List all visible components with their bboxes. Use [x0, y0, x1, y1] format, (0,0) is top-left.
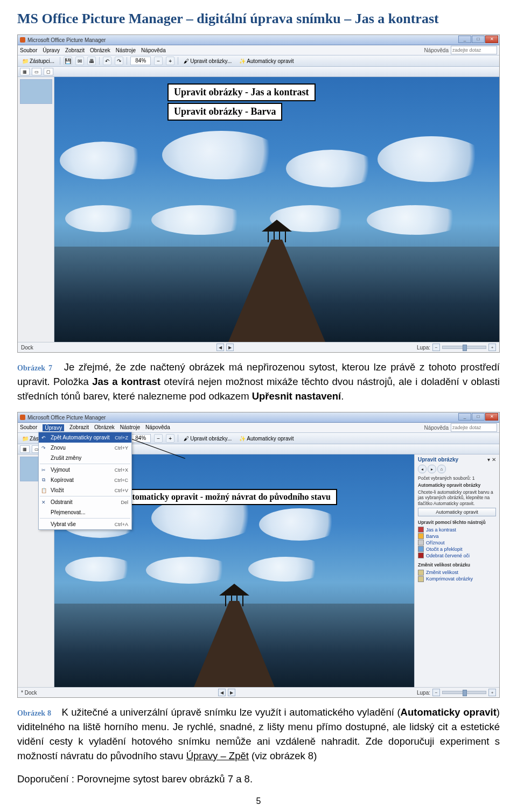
zoom-minus-button[interactable]: −	[432, 689, 440, 696]
pane-title: Upravit obrázky	[418, 457, 458, 463]
zoom-in-icon[interactable]: +	[166, 434, 174, 443]
maximize-button[interactable]: □	[472, 36, 485, 43]
menu-soubor[interactable]: Soubor	[20, 47, 37, 53]
tool-label: Změnit velikost	[426, 570, 458, 575]
tool-swatch-icon	[418, 552, 424, 558]
menu-napoveda[interactable]: Nápověda	[141, 47, 166, 53]
overlay-barva: Upravit obrázky - Barva	[167, 103, 282, 121]
redo-icon[interactable]: ↷	[115, 57, 123, 65]
image-canvas: Upravit obrázky - Jas a kontrast Upravit…	[54, 77, 499, 342]
menu-zobrazit[interactable]: Zobrazit	[69, 424, 89, 431]
thumbnail-strip	[18, 77, 54, 342]
auto-correct-pane-button[interactable]: Automaticky opravit	[418, 508, 496, 516]
zoom-slider[interactable]	[442, 346, 486, 349]
menu-napoveda[interactable]: Nápověda	[145, 424, 170, 431]
zoom-minus-button[interactable]: −	[432, 344, 440, 351]
help-search-input[interactable]	[451, 423, 497, 432]
pier-graphic	[228, 215, 325, 342]
menu-item-label: Zrušit změny	[51, 455, 81, 461]
menu-nastroje[interactable]: Nástroje	[116, 47, 136, 53]
prev-image-button[interactable]: ◀	[218, 689, 226, 696]
window-title: Microsoft Office Picture Manager	[27, 37, 106, 43]
menu-item-label: Zpět Automaticky opravit	[51, 435, 110, 440]
pane-tool-link[interactable]: Odebrat červené oči	[418, 552, 496, 558]
pane-resize-link[interactable]: Změnit velikost	[418, 570, 496, 576]
overlay-jas-kontrast: Upravit obrázky - Jas a kontrast	[167, 83, 316, 101]
menu-upravy[interactable]: Úpravy	[43, 424, 64, 431]
close-button[interactable]: ✕	[485, 36, 498, 43]
menu-obrazek[interactable]: Obrázek	[90, 47, 110, 53]
tools-heading: Upravit pomocí těchto nástrojů	[418, 520, 496, 526]
thumbnail[interactable]	[20, 79, 52, 104]
zoom-out-icon[interactable]: −	[154, 434, 163, 443]
pane-resize-link[interactable]: Komprimovat obrázky	[418, 576, 496, 582]
next-image-button[interactable]: ▶	[228, 689, 235, 696]
shortcuts-button[interactable]: 📁 Zástupci...	[20, 57, 57, 65]
tool-swatch-icon	[418, 540, 424, 545]
edit-images-button[interactable]: 🖌 Upravit obrázky...	[181, 435, 234, 443]
minimize-button[interactable]: _	[458, 413, 471, 421]
menu-item[interactable]: ↷ZnovuCtrl+Y	[39, 443, 131, 453]
zoom-combo[interactable]: 84%	[130, 57, 151, 65]
menu-item-shortcut: Ctrl+C	[114, 478, 128, 483]
menu-item[interactable]: 📋VložitCtrl+V	[39, 485, 131, 495]
menu-nastroje[interactable]: Nástroje	[120, 424, 140, 431]
auto-correct-button[interactable]: ✨ Automaticky opravit	[237, 435, 296, 443]
pane-close-icon[interactable]: ▾ ✕	[487, 457, 496, 463]
undo-icon[interactable]: ↶	[103, 57, 111, 65]
menu-item[interactable]: Vybrat všeCtrl+A	[39, 519, 131, 529]
menu-item[interactable]: Přejmenovat...	[39, 507, 131, 517]
zoom-plus-button[interactable]: +	[488, 344, 496, 351]
prev-image-button[interactable]: ◀	[216, 344, 224, 351]
mail-icon[interactable]: ✉	[75, 57, 84, 65]
pane-tool-link[interactable]: Oříznout	[418, 540, 496, 545]
auto-correct-button[interactable]: ✨ Automaticky opravit	[237, 57, 296, 65]
menu-item-shortcut: Ctrl+Y	[115, 445, 128, 451]
zoom-label: Lupa:	[417, 345, 430, 351]
maximize-button[interactable]: □	[472, 413, 485, 421]
next-image-button[interactable]: ▶	[226, 344, 234, 351]
app-icon	[20, 415, 25, 420]
edit-images-button[interactable]: 🖌 Upravit obrázky...	[181, 57, 234, 65]
menu-item[interactable]: ✕OdstranitDel	[39, 497, 131, 507]
menu-item[interactable]: ↶Zpět Automaticky opravitCtrl+Z	[39, 432, 131, 443]
view-thumbnails-icon[interactable]: ▦	[20, 445, 30, 453]
paragraph-2: Obrázek 8 K užitečné a univerzální úprav…	[17, 705, 500, 763]
pane-home-icon[interactable]: ⌂	[437, 465, 446, 473]
pane-tool-link[interactable]: Otočit a překlopit	[418, 546, 496, 552]
menu-upravy[interactable]: Úpravy	[43, 47, 60, 53]
edit-dropdown-menu: ↶Zpět Automaticky opravitCtrl+Z↷ZnovuCtr…	[38, 432, 132, 530]
paragraph-1: Obrázek 7 Je zřejmé, že zde načtený obrá…	[17, 360, 500, 403]
close-button[interactable]: ✕	[485, 413, 498, 421]
zoom-plus-button[interactable]: +	[488, 689, 496, 696]
screenshot-obrazek-8: Microsoft Office Picture Manager _ □ ✕ S…	[17, 412, 500, 698]
menu-item-shortcut: Ctrl+Z	[115, 435, 128, 440]
menu-item-icon	[40, 455, 47, 461]
pane-tool-link[interactable]: Barva	[418, 533, 496, 539]
pane-fwd-icon[interactable]: ▸	[428, 465, 436, 473]
menu-zobrazit[interactable]: Zobrazit	[65, 47, 85, 53]
menu-soubor[interactable]: Soubor	[20, 424, 37, 431]
save-icon[interactable]: 💾	[64, 57, 72, 65]
zoom-slider[interactable]	[442, 691, 486, 694]
view-single-icon[interactable]: ▢	[44, 68, 53, 75]
menu-obrazek[interactable]: Obrázek	[94, 424, 115, 431]
minimize-button[interactable]: _	[458, 36, 471, 43]
print-icon[interactable]: 🖶	[87, 57, 96, 65]
help-label: Nápověda	[424, 425, 449, 431]
pane-back-icon[interactable]: ◂	[418, 465, 427, 473]
menu-item[interactable]: ✂VyjmoutCtrl+X	[39, 465, 131, 475]
zoom-in-icon[interactable]: +	[166, 57, 174, 65]
pane-tool-link[interactable]: Jas a kontrast	[418, 527, 496, 533]
help-search-input[interactable]	[451, 46, 497, 54]
tool-label: Barva	[426, 534, 439, 539]
tool-label: Komprimovat obrázky	[426, 576, 473, 582]
view-filmstrip-icon[interactable]: ▭	[32, 68, 41, 75]
menu-item[interactable]: ⧉KopírovatCtrl+C	[39, 475, 131, 485]
window-titlebar: Microsoft Office Picture Manager _ □ ✕	[18, 35, 499, 45]
zoom-out-icon[interactable]: −	[154, 57, 163, 65]
view-thumbnails-icon[interactable]: ▦	[20, 68, 30, 75]
menu-item[interactable]: Zrušit změny	[39, 453, 131, 463]
selected-count: Počet vybraných souborů: 1	[418, 475, 496, 481]
edit-task-pane: Upravit obrázky ▾ ✕ ◂ ▸ ⌂ Počet vybranýc…	[414, 454, 499, 687]
